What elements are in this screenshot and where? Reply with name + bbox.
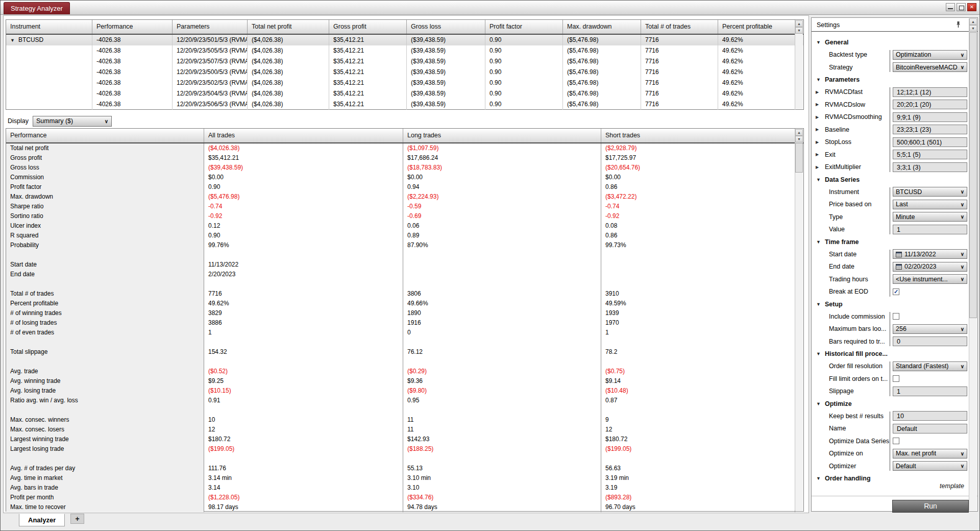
column-header[interactable]: Parameters bbox=[173, 20, 248, 34]
scroll-thumb[interactable] bbox=[969, 32, 977, 318]
section-header-historical-fill-proce[interactable]: ▼Historical fill proce... bbox=[812, 348, 969, 360]
add-tab-button[interactable]: + bbox=[70, 514, 84, 524]
section-header-setup[interactable]: ▼Setup bbox=[812, 298, 969, 310]
include-commission-checkbox[interactable] bbox=[893, 313, 899, 320]
cell: 0.94 bbox=[403, 182, 601, 192]
start-date-select[interactable]: 11/13/2022∨ bbox=[893, 249, 967, 259]
collapse-icon[interactable]: ▼ bbox=[816, 302, 825, 307]
cell: 99.76% bbox=[204, 240, 403, 250]
window-tab-strategy-analyzer[interactable]: Strategy Analyzer bbox=[4, 2, 70, 14]
backtest-type-select[interactable]: Optimization∨ bbox=[893, 50, 967, 60]
stoploss-input[interactable]: 500;600;1 (501) bbox=[893, 137, 967, 147]
name-input[interactable]: Default bbox=[893, 424, 967, 433]
keep-best-results-input[interactable]: 10 bbox=[893, 411, 967, 421]
scroll-down-icon[interactable]: ▼ bbox=[969, 25, 977, 32]
collapse-icon[interactable]: ▼ bbox=[816, 476, 825, 481]
cell: ($3,472.22) bbox=[601, 192, 795, 202]
collapse-icon[interactable]: ▼ bbox=[10, 38, 15, 43]
results-row[interactable]: ▼BTCUSD-4026.3812/20/9/23/501/5/3 (RVMA(… bbox=[6, 35, 803, 45]
maximum-bars-loo-select[interactable]: 256∨ bbox=[893, 324, 967, 334]
expand-icon[interactable]: ▶ bbox=[816, 165, 825, 170]
minimize-button[interactable] bbox=[946, 3, 955, 11]
settings-scrollbar[interactable]: ▲ ▼ bbox=[969, 18, 977, 511]
strategy-select[interactable]: BitcoinReverseMACD∨ bbox=[893, 62, 967, 72]
collapse-icon[interactable]: ▼ bbox=[816, 77, 825, 82]
expand-icon[interactable]: ▶ bbox=[816, 127, 825, 132]
results-row[interactable]: -4026.3812/20/9/23/500/5/3 (RVMA($4,026.… bbox=[6, 67, 803, 78]
section-header-data-series[interactable]: ▼Data Series bbox=[812, 174, 969, 186]
collapse-icon[interactable]: ▼ bbox=[816, 239, 825, 245]
results-row[interactable]: -4026.3812/20/9/23/506/5/3 (RVMA($4,026.… bbox=[6, 99, 803, 110]
column-header[interactable]: Percent profitable bbox=[718, 20, 795, 34]
column-header[interactable]: All trades bbox=[204, 129, 403, 142]
baseline-input[interactable]: 23;23;1 (23) bbox=[893, 125, 967, 134]
column-header[interactable]: Long trades bbox=[403, 129, 601, 142]
results-scrollbar[interactable]: ▲ ▼ bbox=[795, 20, 803, 109]
rvmacdslow-input[interactable]: 20;20;1 (20) bbox=[893, 100, 967, 109]
column-header[interactable]: Performance bbox=[92, 20, 173, 34]
price-based-on-select[interactable]: Last∨ bbox=[893, 200, 967, 209]
optimize-on-select[interactable]: Max. net profit∨ bbox=[893, 449, 967, 458]
optimize-data-series-checkbox[interactable] bbox=[893, 438, 899, 444]
display-select[interactable]: Summary ($) ∨ bbox=[33, 116, 112, 127]
close-button[interactable]: ✕ bbox=[967, 3, 976, 11]
pin-icon[interactable] bbox=[955, 21, 961, 30]
scroll-up-icon[interactable]: ▲ bbox=[795, 20, 803, 27]
template-link[interactable]: template bbox=[940, 482, 964, 490]
collapse-icon[interactable]: ▼ bbox=[816, 40, 825, 45]
column-header[interactable]: Performance bbox=[6, 129, 204, 142]
performance-row: Gross loss($39,438.59)($18,783.83)($20,6… bbox=[6, 163, 803, 173]
run-button[interactable]: Run bbox=[892, 500, 969, 513]
scroll-up-icon[interactable]: ▲ bbox=[795, 129, 803, 136]
results-row[interactable]: -4026.3812/20/9/23/505/5/3 (RVMA($4,026.… bbox=[6, 45, 803, 56]
exit-input[interactable]: 5;5;1 (5) bbox=[893, 150, 967, 159]
slippage-input[interactable]: 1 bbox=[893, 387, 967, 396]
expand-icon[interactable]: ▶ bbox=[816, 102, 825, 107]
section-header-general[interactable]: ▼General bbox=[812, 36, 969, 49]
optimizer-select[interactable]: Default∨ bbox=[893, 461, 967, 471]
break-at-eod-checkbox[interactable]: ✓ bbox=[893, 288, 899, 295]
instrument-select[interactable]: BTCUSD∨ bbox=[893, 187, 967, 197]
bars-required-to-tr-input[interactable]: 0 bbox=[893, 336, 967, 346]
collapse-icon[interactable]: ▼ bbox=[816, 351, 825, 356]
fill-limit-orders-on-t-checkbox[interactable] bbox=[893, 375, 899, 382]
type-select[interactable]: Minute∨ bbox=[893, 212, 967, 222]
collapse-icon[interactable]: ▼ bbox=[816, 177, 825, 182]
rvmacdsmoothing-input[interactable]: 9;9;1 (9) bbox=[893, 112, 967, 122]
cell: 10 bbox=[204, 415, 403, 425]
column-header[interactable]: Short trades bbox=[601, 129, 795, 142]
exitmultiplier-input[interactable]: 3;3;1 (3) bbox=[893, 162, 967, 172]
cell: ($1,228.05) bbox=[204, 493, 403, 502]
section-header-time-frame[interactable]: ▼Time frame bbox=[812, 236, 969, 248]
expand-icon[interactable]: ▶ bbox=[816, 152, 825, 157]
tab-analyzer[interactable]: Analyzer bbox=[19, 514, 65, 526]
column-header[interactable]: Gross loss bbox=[407, 20, 485, 34]
trading-hours-select[interactable]: <Use instrument...∨ bbox=[893, 274, 967, 284]
scroll-down-icon[interactable]: ▼ bbox=[795, 136, 803, 142]
results-row[interactable]: -4026.3812/20/9/23/504/5/3 (RVMA($4,026.… bbox=[6, 88, 803, 99]
rvmacdfast-input[interactable]: 12;12;1 (12) bbox=[893, 87, 967, 97]
column-header[interactable]: Max. drawdown bbox=[563, 20, 641, 34]
column-header[interactable]: Gross profit bbox=[329, 20, 407, 34]
section-header-parameters[interactable]: ▼Parameters bbox=[812, 74, 969, 86]
scroll-down-icon[interactable]: ▼ bbox=[795, 27, 803, 34]
restore-button[interactable] bbox=[957, 3, 966, 11]
column-header[interactable]: Instrument bbox=[6, 20, 92, 34]
performance-scrollbar[interactable]: ▲ ▼ bbox=[795, 129, 803, 511]
section-header-optimize[interactable]: ▼Optimize bbox=[812, 398, 969, 410]
expand-icon[interactable]: ▶ bbox=[816, 140, 825, 144]
column-header[interactable]: Total net profit bbox=[248, 20, 329, 34]
value-input[interactable]: 1 bbox=[893, 225, 967, 234]
expand-icon[interactable]: ▶ bbox=[816, 115, 825, 119]
column-header[interactable]: Profit factor bbox=[485, 20, 563, 34]
order-fill-resolution-select[interactable]: Standard (Fastest)∨ bbox=[893, 361, 967, 371]
collapse-icon[interactable]: ▼ bbox=[816, 401, 825, 406]
scroll-up-icon[interactable]: ▲ bbox=[969, 18, 977, 25]
scroll-thumb[interactable] bbox=[795, 143, 803, 173]
results-row[interactable]: -4026.3812/20/9/23/502/5/3 (RVMA($4,026.… bbox=[6, 78, 803, 88]
column-header[interactable]: Total # of trades bbox=[641, 20, 718, 34]
setting-row-baseline: ▶Baseline23;23;1 (23) bbox=[812, 124, 969, 136]
results-row[interactable]: -4026.3812/20/9/23/507/5/3 (RVMA($4,026.… bbox=[6, 56, 803, 67]
expand-icon[interactable]: ▶ bbox=[816, 90, 825, 94]
end-date-select[interactable]: 02/20/2023∨ bbox=[893, 262, 967, 272]
